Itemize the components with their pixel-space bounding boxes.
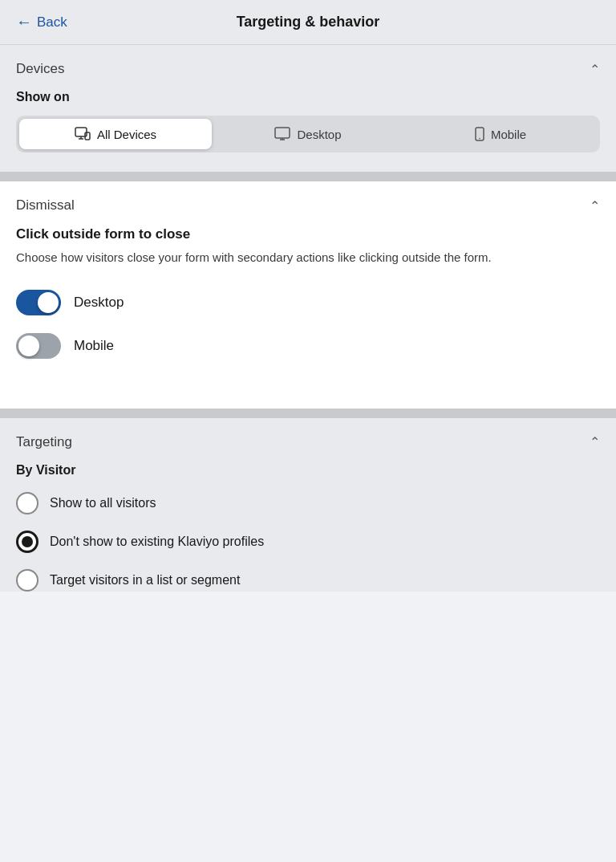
page-title: Targeting & behavior [237,14,380,30]
click-outside-desc: Choose how visitors close your form with… [16,249,600,267]
device-button-group: All Devices Desktop [16,116,600,152]
devices-chevron-icon: ⌃ [590,62,600,77]
desktop-toggle[interactable] [16,290,61,315]
desktop-toggle-label: Desktop [74,295,124,311]
dismissal-section: Dismissal ⌃ Click outside form to close … [0,181,616,409]
mobile-toggle[interactable] [16,333,61,359]
mobile-button[interactable]: Mobile [404,119,597,149]
desktop-button[interactable]: Desktop [212,119,404,149]
back-label: Back [37,14,67,30]
dont-show-existing-label: Don't show to existing Klaviyo profiles [50,535,264,549]
show-all-visitors-label: Show to all visitors [50,496,156,510]
dismissal-section-header: Dismissal ⌃ [16,181,600,226]
back-button[interactable]: ← Back [16,13,67,31]
click-outside-title: Click outside form to close [16,226,600,242]
desktop-toggle-knob [38,292,59,313]
show-on-label: Show on [16,90,600,104]
all-devices-label: All Devices [97,128,156,141]
all-devices-button[interactable]: All Devices [19,119,212,149]
targeting-section-header: Targeting ⌃ [16,418,600,463]
svg-point-8 [479,138,480,140]
target-segment-row: Target visitors in a list or segment [16,569,600,592]
devices-section: Devices ⌃ Show on All Devices [0,45,616,172]
target-segment-label: Target visitors in a list or segment [50,573,240,588]
devices-content: Show on All Devices [0,90,616,172]
dismissal-section-title: Dismissal [16,197,75,213]
by-visitor-label: By Visitor [16,463,600,478]
targeting-chevron-icon: ⌃ [590,434,600,449]
all-devices-icon [75,127,91,141]
mobile-toggle-knob [18,335,39,356]
targeting-section: Targeting ⌃ By Visitor Show to all visit… [0,418,616,592]
back-arrow-icon: ← [16,13,32,31]
show-all-visitors-radio[interactable] [16,492,38,514]
target-segment-radio[interactable] [16,569,38,592]
svg-rect-4 [275,128,290,138]
devices-section-header: Devices ⌃ [0,45,616,90]
desktop-label: Desktop [297,128,341,141]
mobile-label: Mobile [491,128,526,141]
dont-show-existing-row: Don't show to existing Klaviyo profiles [16,531,600,553]
desktop-toggle-row: Desktop [16,290,600,315]
dismissal-chevron-icon: ⌃ [590,198,600,213]
separator-1 [0,172,616,181]
header: ← Back Targeting & behavior [0,0,616,45]
mobile-icon [475,127,484,141]
mobile-toggle-row: Mobile [16,333,600,359]
devices-section-title: Devices [16,61,64,77]
desktop-icon [274,127,290,141]
mobile-toggle-label: Mobile [74,338,114,354]
separator-2 [0,409,616,418]
targeting-section-title: Targeting [16,434,72,450]
dont-show-existing-radio[interactable] [16,531,38,553]
show-all-visitors-row: Show to all visitors [16,492,600,514]
